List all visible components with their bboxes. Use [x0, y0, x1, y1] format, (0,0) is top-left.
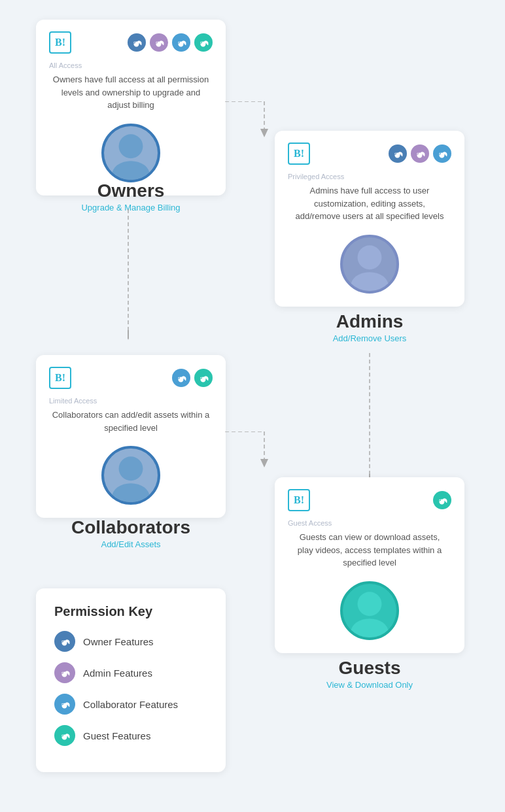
- perm-icon-guest: [54, 725, 75, 746]
- key-icon-owner3: [172, 33, 190, 52]
- guest-title: Guests: [275, 658, 464, 679]
- owner-access-label: All Access: [49, 61, 213, 69]
- perm-label-guest: Guest Features: [83, 730, 150, 741]
- svg-point-12: [112, 483, 149, 502]
- collab-title: Collaborators: [36, 517, 226, 538]
- perm-item-owner: Owner Features: [54, 631, 207, 652]
- brand-logo-guest: B!: [288, 489, 310, 511]
- perm-label-admin: Admin Features: [83, 668, 152, 679]
- admin-key-icons: [389, 144, 451, 163]
- key-icon-admin2: [411, 144, 429, 163]
- perm-icon-owner: [54, 631, 75, 652]
- guest-description: Guests can view or download assets, play…: [288, 531, 451, 569]
- brand-logo-admin: B!: [288, 143, 310, 165]
- key-icon-owner2: [150, 33, 168, 52]
- svg-point-11: [119, 456, 143, 481]
- owner-role-area: Owners Upgrade & Manage Billing: [36, 175, 226, 212]
- collab-sub: Add/Edit Assets: [36, 539, 226, 549]
- key-icon-admin1: [389, 144, 407, 163]
- key-icon-collab2: [194, 369, 213, 387]
- guest-avatar: [340, 581, 399, 640]
- svg-marker-8: [260, 129, 268, 137]
- collab-avatar: [101, 446, 160, 505]
- collab-role-area: Collaborators Add/Edit Assets: [36, 512, 226, 549]
- collab-access-label: Limited Access: [49, 397, 213, 405]
- guest-sub: View & Download Only: [275, 680, 464, 690]
- collab-key-icons: [172, 369, 213, 387]
- key-icon-guest1: [433, 491, 451, 509]
- permission-key-section: Permission Key Owner Features Admin Feat…: [36, 588, 226, 772]
- guest-role-area: Guests View & Download Only: [275, 652, 464, 690]
- collaborators-card: B! Limited Access Collaborators can add/…: [36, 355, 226, 518]
- permission-key-title: Permission Key: [54, 604, 207, 619]
- guest-access-label: Guest Access: [288, 519, 451, 527]
- svg-marker-3: [128, 330, 129, 340]
- admin-role-area: Admins Add/Remove Users: [275, 306, 464, 343]
- perm-item-collab: Collaborator Features: [54, 694, 207, 715]
- brand-logo-owner: B!: [49, 31, 71, 54]
- svg-point-17: [351, 618, 388, 637]
- key-icon-owner4: [194, 33, 213, 52]
- svg-point-0: [119, 134, 143, 158]
- perm-item-guest: Guest Features: [54, 725, 207, 746]
- perm-icon-collab: [54, 694, 75, 715]
- admin-avatar: [340, 235, 399, 294]
- svg-point-16: [358, 592, 382, 616]
- svg-marker-15: [260, 459, 268, 467]
- perm-label-collab: Collaborator Features: [83, 699, 178, 710]
- guests-card: B! Guest Access Guests can view or downl…: [275, 477, 464, 653]
- owner-avatar: [101, 124, 160, 182]
- admins-card: B! Privileged Access Admins have full ac…: [275, 131, 464, 307]
- arrow-owner-admin: [225, 101, 277, 141]
- key-icon-admin3: [433, 144, 451, 163]
- admin-sub: Add/Remove Users: [275, 333, 464, 343]
- arrow-collab-guest: [225, 431, 277, 471]
- admin-title: Admins: [275, 311, 464, 332]
- owner-title: Owners: [36, 180, 226, 201]
- brand-logo-collab: B!: [49, 367, 71, 389]
- svg-point-4: [358, 245, 382, 269]
- perm-item-admin: Admin Features: [54, 662, 207, 683]
- guest-key-icons: [433, 491, 451, 509]
- owners-card: B! All Access Owners have full access at…: [36, 20, 226, 195]
- owner-key-icons: [128, 33, 213, 52]
- page-container: B! All Access Owners have full access at…: [0, 0, 505, 812]
- perm-icon-admin: [54, 662, 75, 683]
- admin-access-label: Privileged Access: [288, 173, 451, 180]
- key-icon-owner1: [128, 33, 146, 52]
- owner-sub: Upgrade & Manage Billing: [36, 203, 226, 212]
- owner-description: Owners have full access at all permissio…: [49, 73, 213, 112]
- collab-description: Collaborators can add/edit assets within…: [49, 409, 213, 434]
- key-icon-collab1: [172, 369, 190, 387]
- svg-point-5: [351, 272, 388, 291]
- arrow-admin-guest: [369, 353, 370, 490]
- arrow-owner-collab: [128, 209, 129, 347]
- perm-label-owner: Owner Features: [83, 636, 154, 647]
- admin-description: Admins have full access to user customiz…: [288, 184, 451, 223]
